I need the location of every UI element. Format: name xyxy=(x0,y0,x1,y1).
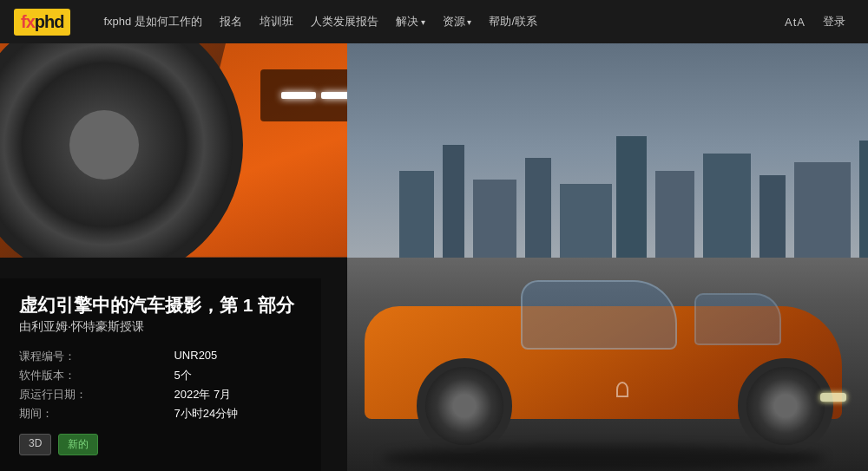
course-code-label: 课程编号： xyxy=(19,347,174,366)
logo-phd: phd xyxy=(35,12,64,31)
course-tags: 3D 新的 xyxy=(19,434,302,455)
hero-right-image xyxy=(347,43,868,471)
nav-right: AtA 登录 xyxy=(776,14,854,29)
ata-badge: AtA xyxy=(776,16,814,29)
release-date-label: 原运行日期： xyxy=(19,385,174,404)
nav-how-it-works[interactable]: fxphd 是如何工作的 xyxy=(95,0,210,43)
release-date-row: 原运行日期： 2022年 7月 xyxy=(19,385,302,404)
software-version-label: 软件版本： xyxy=(19,366,174,385)
duration-row: 期间： 7小时24分钟 xyxy=(19,404,302,423)
release-date-value: 2022年 7月 xyxy=(174,385,302,404)
info-panel: 虚幻引擎中的汽车摄影，第 1 部分 由利亚姆·怀特豪斯授课 课程编号： UNR2… xyxy=(0,278,321,471)
course-title: 虚幻引擎中的汽车摄影，第 1 部分 xyxy=(19,294,302,316)
duration-value: 7小时24分钟 xyxy=(174,404,302,423)
nav-login[interactable]: 登录 xyxy=(814,14,854,29)
nav-courses[interactable]: 培训班 xyxy=(251,0,302,43)
software-version-row: 软件版本： 5个 xyxy=(19,366,302,385)
nav-links: fxphd 是如何工作的 报名 培训班 人类发展报告 解决 资源 帮助/联系 xyxy=(95,0,776,44)
navbar: fxphd fxphd 是如何工作的 报名 培训班 人类发展报告 解决 资源 帮… xyxy=(0,0,868,43)
mustang-side-view xyxy=(347,245,868,471)
headlight-strip-1 xyxy=(281,92,316,99)
software-version-value: 5个 xyxy=(174,366,302,385)
car-wheel-closeup xyxy=(0,43,243,258)
city-background xyxy=(347,43,868,258)
course-code-value: UNR205 xyxy=(174,347,302,366)
nav-help[interactable]: 帮助/联系 xyxy=(480,0,546,43)
tag-3d[interactable]: 3D xyxy=(19,434,51,455)
tag-new[interactable]: 新的 xyxy=(58,434,98,455)
nav-resources[interactable]: 资源 xyxy=(434,0,481,44)
logo[interactable]: fxphd xyxy=(14,9,70,36)
nav-solutions[interactable]: 解决 xyxy=(387,0,434,44)
course-code-row: 课程编号： UNR205 xyxy=(19,347,302,366)
logo-fx: fx xyxy=(21,12,35,31)
nav-signup[interactable]: 报名 xyxy=(211,0,251,43)
duration-label: 期间： xyxy=(19,404,174,423)
course-instructor: 由利亚姆·怀特豪斯授课 xyxy=(19,319,302,335)
course-details-table: 课程编号： UNR205 软件版本： 5个 原运行日期： 2022年 7月 期间… xyxy=(19,347,302,423)
hero: 虚幻引擎中的汽车摄影，第 1 部分 由利亚姆·怀特豪斯授课 课程编号： UNR2… xyxy=(0,43,868,471)
nav-hdr[interactable]: 人类发展报告 xyxy=(302,0,387,43)
